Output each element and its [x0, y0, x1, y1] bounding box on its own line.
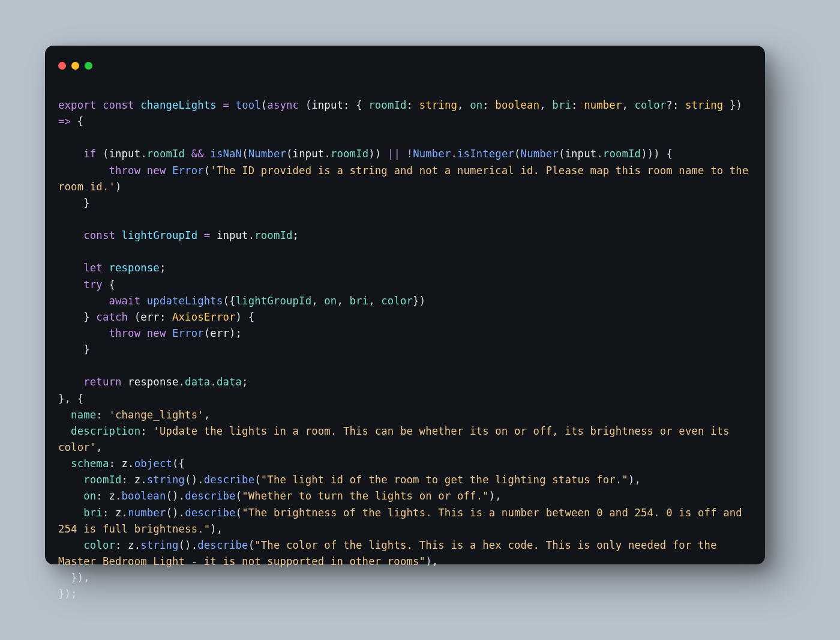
code-token: err: [140, 311, 160, 323]
code-token: (: [514, 148, 521, 160]
code-token: [58, 295, 109, 307]
code-token: }): [413, 295, 425, 307]
code-token: &&: [191, 148, 204, 160]
window-titlebar: [58, 58, 752, 73]
code-token: }): [723, 99, 748, 111]
minimize-icon[interactable]: [71, 62, 79, 70]
code-token: catch: [96, 311, 128, 323]
code-token: [58, 279, 83, 291]
code-token: isNaN: [210, 148, 242, 160]
code-token: .: [210, 376, 217, 388]
code-token: updateLights: [147, 295, 223, 307]
code-token: Error: [172, 327, 204, 339]
code-token: describe: [204, 474, 254, 486]
code-token: (: [204, 165, 211, 177]
code-token: [58, 409, 71, 421]
code-token: ,: [96, 441, 103, 453]
code-token: .: [140, 474, 147, 486]
code-token: (: [559, 148, 565, 160]
code-token: ().: [166, 507, 185, 519]
code-token: if: [83, 148, 96, 160]
code-token: );: [229, 327, 242, 339]
code-token: .: [324, 148, 331, 160]
code-token: (: [242, 148, 248, 160]
code-token: bri: [350, 295, 369, 307]
code-token: "The light id of the room to get the lig…: [261, 474, 628, 486]
code-token: [58, 262, 83, 274]
code-token: [166, 327, 172, 339]
code-token: [58, 165, 109, 177]
code-token: throw: [109, 327, 140, 339]
code-token: [400, 148, 407, 160]
code-token: [140, 165, 147, 177]
code-token: response: [128, 376, 178, 388]
code-token: ({: [223, 295, 235, 307]
code-token: try: [83, 279, 103, 291]
code-token: string: [147, 474, 185, 486]
code-token: [204, 148, 211, 160]
code-token: ;: [293, 229, 299, 241]
code-token: (: [236, 490, 242, 502]
code-token: .: [128, 457, 134, 469]
code-token: ,: [457, 99, 470, 111]
code-token: string: [140, 539, 178, 551]
code-token: :: [160, 311, 172, 323]
code-token: 'change_lights': [109, 409, 203, 421]
code-token: lightGroupId: [236, 295, 312, 307]
code-token: color: [83, 539, 115, 551]
code-token: [140, 295, 147, 307]
code-token: await: [109, 295, 140, 307]
code-token: [58, 376, 83, 388]
code-token: (: [286, 148, 293, 160]
code-token: string: [685, 99, 723, 111]
code-token: z: [115, 507, 122, 519]
code-token: }: [58, 343, 90, 355]
code-token: [58, 148, 83, 160]
code-token: :: [482, 99, 495, 111]
code-token: number: [128, 507, 166, 519]
code-token: :: [571, 99, 584, 111]
code-token: isInteger: [457, 148, 514, 160]
code-token: [58, 507, 83, 519]
code-token: input: [293, 148, 325, 160]
code-token: schema: [71, 457, 109, 469]
code-token: async: [267, 99, 299, 111]
code-token: name: [71, 409, 96, 421]
code-token: Number: [521, 148, 559, 160]
code-token: throw: [109, 165, 140, 177]
code-token: input: [311, 99, 343, 111]
code-token: on: [324, 295, 337, 307]
code-token: roomId: [603, 148, 641, 160]
code-token: on: [83, 490, 96, 502]
code-token: ;: [160, 262, 166, 274]
code-token: bri: [83, 507, 103, 519]
code-token: 'Update the lights in a room. This can b…: [58, 425, 736, 453]
code-token: z: [128, 539, 134, 551]
code-token: ,: [539, 99, 552, 111]
code-token: =>: [58, 115, 71, 127]
code-token: [58, 425, 71, 437]
zoom-icon[interactable]: [85, 62, 92, 70]
code-token: input: [565, 148, 597, 160]
code-token: [185, 148, 191, 160]
code-token: describe: [185, 490, 235, 502]
code-token: color: [381, 295, 413, 307]
code-token: ,: [311, 295, 324, 307]
code-token: return: [83, 376, 121, 388]
code-token: !: [407, 148, 413, 160]
code-token: [217, 99, 223, 111]
code-token: bri: [552, 99, 571, 111]
code-token: [96, 99, 103, 111]
code-token: [58, 229, 83, 241]
code-token: data: [185, 376, 210, 388]
code-token: (: [261, 99, 268, 111]
code-token: ;: [242, 376, 248, 388]
code-token: changeLights: [140, 99, 217, 111]
code-token: z: [134, 474, 141, 486]
code-token: input: [217, 229, 248, 241]
code-token: ): [115, 181, 122, 193]
code-token: :: [109, 457, 121, 469]
code-token: [58, 474, 83, 486]
close-icon[interactable]: [58, 62, 66, 70]
code-token: [115, 229, 122, 241]
